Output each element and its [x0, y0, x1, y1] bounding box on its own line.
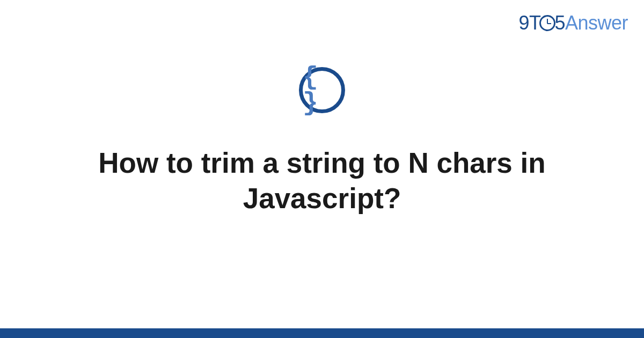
logo-text-5: 5: [554, 12, 565, 34]
logo-text-9t: 9T: [518, 12, 540, 34]
code-braces-icon: { }: [303, 64, 341, 116]
question-title: How to trim a string to N chars in Javas…: [40, 145, 604, 217]
logo-text-answer: Answer: [565, 12, 628, 34]
site-logo: 9T5Answer: [518, 12, 628, 34]
clock-icon: [539, 15, 555, 31]
main-content: { } How to trim a string to N chars in J…: [0, 67, 644, 217]
footer-accent-bar: [0, 328, 644, 338]
category-icon-circle: { }: [299, 67, 345, 113]
